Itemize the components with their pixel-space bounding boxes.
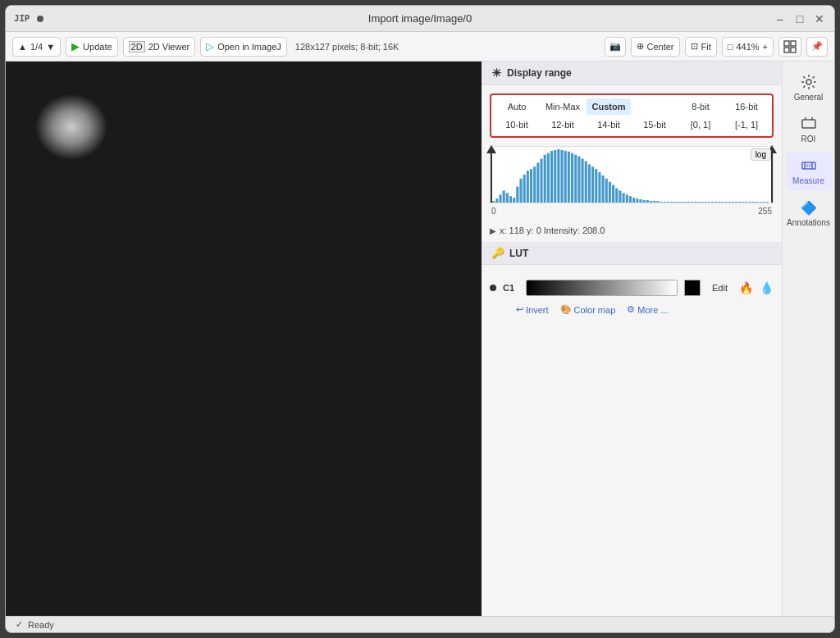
layout-button[interactable]: [778, 37, 801, 57]
svg-rect-5: [492, 201, 495, 203]
svg-rect-38: [605, 179, 608, 203]
svg-rect-34: [591, 166, 594, 203]
histogram-labels: 0 255: [490, 207, 774, 216]
range-btn-15bit[interactable]: 15-bit: [632, 116, 677, 133]
range-buttons-grid: Auto Min-Max Custom 8-bit 16-bit 10-bit …: [490, 93, 774, 138]
channel-dot: [490, 285, 496, 291]
viewer-button[interactable]: 2D 2D Viewer: [123, 37, 196, 57]
svg-rect-10: [509, 196, 512, 203]
center-button[interactable]: ⊕ Center: [631, 37, 680, 57]
svg-rect-53: [656, 201, 659, 203]
svg-rect-77: [738, 202, 741, 203]
display-range-section: Auto Min-Max Custom 8-bit 16-bit 10-bit …: [482, 85, 782, 146]
lut-edit-button[interactable]: Edit: [707, 281, 733, 294]
svg-rect-58: [673, 202, 676, 203]
main-window: JIP Import image/Image/0 – □ ✕ ▲ 1/4 ▼ ▶…: [5, 5, 835, 633]
svg-rect-3: [784, 48, 789, 52]
range-btn-10bit[interactable]: 10-bit: [495, 116, 539, 133]
svg-rect-1: [784, 41, 789, 46]
maximize-button[interactable]: □: [793, 12, 806, 25]
svg-point-86: [806, 80, 811, 84]
histogram-right-handle[interactable]: [771, 147, 773, 203]
svg-rect-15: [527, 171, 529, 203]
main-content: ☀ Display range Auto Min-Max Custom 8-bi…: [6, 62, 834, 616]
lut-swatch: [684, 280, 701, 296]
svg-rect-70: [714, 202, 717, 203]
svg-rect-42: [619, 190, 621, 203]
svg-rect-59: [677, 202, 679, 203]
svg-rect-29: [574, 155, 577, 203]
gear-icon: [800, 73, 818, 91]
range-btn-14bit[interactable]: 14-bit: [587, 116, 631, 133]
viewer-icon: 2D: [129, 41, 145, 52]
range-btn-minmax[interactable]: Min-Max: [541, 98, 585, 115]
fit-button[interactable]: ⊡ Fit: [685, 37, 717, 57]
svg-rect-78: [742, 202, 744, 203]
range-btn-neg1-1[interactable]: [-1, 1]: [724, 116, 769, 133]
svg-rect-46: [632, 198, 635, 203]
histogram-min-label: 0: [491, 207, 496, 216]
status-text: Ready: [28, 620, 54, 630]
invert-button[interactable]: ↩ Invert: [513, 303, 552, 317]
svg-rect-83: [759, 202, 761, 203]
sidebar-item-annotations[interactable]: 🔷 Annotations: [786, 194, 832, 232]
svg-rect-31: [581, 159, 583, 203]
svg-rect-51: [650, 201, 652, 203]
colormap-label: Color map: [574, 305, 616, 315]
svg-rect-20: [544, 155, 546, 203]
range-btn-12bit[interactable]: 12-bit: [541, 116, 585, 133]
histogram-left-handle[interactable]: [491, 147, 492, 203]
svg-rect-69: [711, 202, 714, 203]
svg-rect-8: [503, 190, 505, 203]
lut-title: LUT: [509, 248, 528, 259]
imagej-button[interactable]: ▷ Open in ImageJ: [200, 37, 287, 57]
range-btn-0-1[interactable]: [0, 1]: [678, 116, 723, 133]
log-button[interactable]: log: [751, 148, 771, 161]
lut-gradient: [526, 280, 678, 296]
imagej-icon: ▷: [206, 40, 214, 52]
sidebar-item-measure[interactable]: Measure: [786, 152, 832, 190]
left-triangle[interactable]: [486, 145, 496, 153]
svg-rect-4: [791, 48, 796, 52]
range-btn-auto[interactable]: Auto: [495, 98, 539, 115]
sidebar-item-roi[interactable]: ROI: [786, 110, 832, 148]
svg-rect-9: [506, 193, 509, 203]
svg-rect-81: [752, 202, 755, 203]
svg-rect-28: [571, 153, 573, 203]
sidebar-icons: General ROI: [782, 62, 834, 616]
minimize-button[interactable]: –: [774, 12, 787, 25]
sidebar-item-general[interactable]: General: [786, 68, 832, 107]
svg-rect-50: [646, 200, 649, 203]
zoom-control[interactable]: ▲ 1/4 ▼: [12, 37, 61, 57]
range-btn-custom[interactable]: Custom: [587, 98, 631, 115]
colormap-button[interactable]: 🎨 Color map: [557, 303, 619, 317]
toolbar: ▲ 1/4 ▼ ▶ Update 2D 2D Viewer ▷ Open in …: [6, 32, 834, 62]
svg-rect-82: [756, 202, 758, 203]
camera-button[interactable]: 📷: [605, 37, 626, 57]
layout-icon: [783, 40, 797, 53]
range-btn-16bit[interactable]: 16-bit: [724, 98, 769, 115]
close-button[interactable]: ✕: [813, 12, 826, 25]
imagej-label: Open in ImageJ: [217, 42, 281, 52]
svg-rect-49: [643, 200, 646, 203]
more-button[interactable]: ⚙ More ...: [623, 303, 671, 317]
histogram-svg: [491, 147, 773, 203]
svg-text:JIP: JIP: [14, 13, 30, 24]
zoom-percent[interactable]: □ 441% +: [722, 37, 774, 57]
measure-label: Measure: [792, 176, 824, 185]
svg-rect-55: [664, 202, 666, 203]
zoom-label: 1/4: [30, 42, 43, 52]
svg-rect-54: [660, 202, 662, 203]
svg-rect-80: [749, 202, 751, 203]
svg-rect-2: [791, 41, 796, 46]
display-range-header: ☀ Display range: [482, 62, 782, 85]
annotations-label: Annotations: [787, 218, 830, 227]
update-button[interactable]: ▶ Update: [66, 37, 117, 57]
pin-button[interactable]: 📌: [806, 37, 828, 57]
viewer-label: 2D Viewer: [148, 42, 190, 52]
svg-rect-57: [670, 202, 673, 203]
range-btn-8bit[interactable]: 8-bit: [678, 98, 723, 115]
svg-rect-14: [523, 175, 526, 203]
svg-rect-22: [550, 151, 553, 203]
app-icon: JIP: [14, 11, 30, 27]
